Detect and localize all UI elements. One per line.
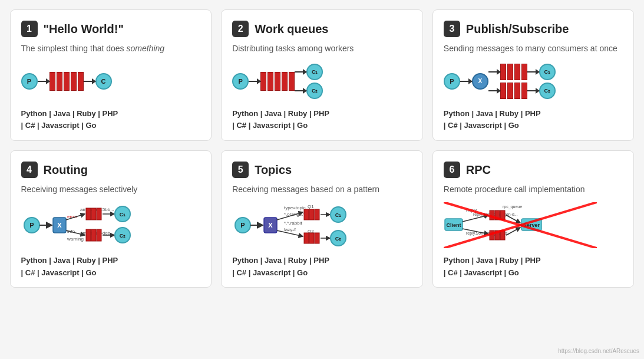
arrow [460, 81, 472, 82]
card-diagram: P X type=topic *.orange.* *.*.rabbit laz… [232, 202, 412, 249]
arrow-c1 [295, 71, 306, 73]
queue1 [500, 64, 527, 80]
card-rpc: 6 RPC Remote procedure call implementati… [432, 150, 635, 288]
card-header: 3 Publish/Subscribe [444, 21, 623, 37]
card-number: 2 [232, 21, 249, 37]
topics-svg: P X type=topic *.orange.* *.*.rabbit laz… [232, 202, 385, 248]
svg-rect-40 [304, 233, 309, 243]
svg-text:X: X [268, 222, 273, 229]
card-desc: Remote procedure call implementation [444, 184, 623, 196]
svg-text:P: P [29, 222, 34, 229]
card-pubsub: 3 Publish/Subscribe Sending messages to … [432, 9, 635, 141]
svg-text:C₂: C₂ [335, 236, 342, 242]
arrow [249, 81, 260, 82]
card-links: Python | Java | Ruby | PHP| C# | Javascr… [444, 255, 623, 279]
svg-rect-15 [86, 229, 91, 241]
arrow-c2 [295, 90, 306, 91]
svg-rect-38 [309, 209, 314, 220]
svg-rect-17 [97, 229, 101, 241]
svg-text:C₁: C₁ [335, 212, 342, 218]
card-diagram: P C₁ C₂ [232, 61, 412, 102]
card-title: "Hello World!" [44, 22, 124, 36]
consumer-c1: C₁ [306, 64, 323, 80]
card-number: 1 [21, 21, 38, 37]
svg-rect-16 [91, 229, 96, 241]
card-topics: 5 Topics Receiving messages based on a p… [221, 150, 423, 288]
svg-rect-12 [86, 208, 91, 220]
card-desc: Receiving messages selectively [21, 184, 201, 196]
producer-node: P [232, 73, 249, 90]
card-work-queues: 2 Work queues Distributing tasks among w… [221, 9, 423, 141]
card-routing: 4 Routing Receiving messages selectively… [10, 150, 212, 288]
arrow-q2 [488, 90, 500, 91]
svg-text:rpc_queue: rpc_queue [503, 205, 522, 209]
card-links: Python | Java | Ruby | PHP| C# | Javascr… [232, 108, 412, 133]
svg-text:C₂: C₂ [119, 233, 126, 239]
card-header: 1 "Hello World!" [21, 21, 201, 37]
card-links: Python | Java | Ruby | PHP| C# | Javascr… [444, 108, 623, 133]
card-title: RPC [466, 163, 491, 177]
svg-text:*.*.rabbit: *.*.rabbit [284, 220, 302, 226]
card-header: 5 Topics [232, 162, 412, 178]
card-desc: Sending messages to many consumers at on… [444, 43, 623, 55]
card-header: 6 RPC [444, 162, 623, 178]
card-header: 2 Work queues [232, 21, 412, 37]
c1: C₁ [539, 64, 556, 80]
c2: C₂ [539, 83, 556, 99]
svg-text:C₁: C₁ [119, 212, 126, 218]
svg-text:type=topic: type=topic [284, 205, 306, 210]
svg-text:P: P [240, 222, 245, 229]
card-title: Routing [44, 163, 88, 177]
card-diagram: P X C₁ [444, 61, 623, 102]
card-desc: Receiving messages based on a pattern [232, 184, 412, 196]
svg-rect-41 [309, 233, 314, 243]
arrow [38, 81, 49, 82]
card-diagram: Client Reply reply.Something.gen-d... re… [444, 202, 623, 249]
exchange-node: X [472, 73, 488, 90]
card-header: 4 Routing [21, 162, 201, 178]
routing-svg: P X amqs.gen-5bb... error info warning a… [21, 202, 174, 248]
svg-rect-39 [315, 209, 319, 220]
arr-c1 [527, 71, 539, 73]
producer-node: P [444, 73, 460, 90]
tutorial-grid: 1 "Hello World!" The simplest thing that… [10, 9, 635, 288]
arr-c2 [527, 90, 539, 91]
svg-rect-42 [315, 233, 319, 243]
card-number: 4 [21, 162, 38, 178]
consumer-node: C [95, 73, 112, 90]
svg-text:warning: warning [67, 236, 84, 242]
queue [49, 72, 84, 91]
svg-rect-37 [304, 209, 309, 220]
svg-rect-13 [91, 208, 96, 220]
arrow-q1 [488, 71, 500, 73]
queue2 [500, 83, 527, 99]
card-number: 5 [232, 162, 249, 178]
card-diagram: P C [21, 61, 201, 102]
card-hello-world: 1 "Hello World!" The simplest thing that… [10, 9, 212, 141]
card-desc: Distributing tasks among workers [232, 43, 412, 55]
card-links: Python | Java | Ruby | PHP| C# | Javascr… [21, 108, 201, 133]
producer-node: P [21, 73, 38, 90]
card-links: Python | Java | Ruby | PHP| C# | Javascr… [232, 255, 412, 279]
svg-text:Client: Client [446, 222, 461, 228]
queue [260, 72, 295, 91]
consumer-c2: C₂ [306, 83, 323, 99]
arrow2 [84, 81, 95, 82]
rpc-svg: Client Reply reply.Something.gen-d... re… [444, 202, 597, 248]
card-links: Python | Java | Ruby | PHP| C# | Javascr… [21, 255, 201, 279]
card-title: Topics [255, 163, 292, 177]
svg-rect-14 [97, 208, 101, 220]
card-number: 6 [444, 162, 460, 178]
svg-text:Q1: Q1 [308, 204, 314, 209]
svg-text:lazy.#: lazy.# [284, 227, 296, 232]
card-number: 3 [444, 21, 460, 37]
card-desc: The simplest thing that does something [21, 43, 201, 55]
card-title: Work queues [255, 22, 328, 36]
card-diagram: P X amqs.gen-5bb... error info warning a… [21, 202, 201, 249]
svg-text:X: X [57, 222, 62, 229]
card-title: Publish/Subscribe [466, 22, 569, 36]
